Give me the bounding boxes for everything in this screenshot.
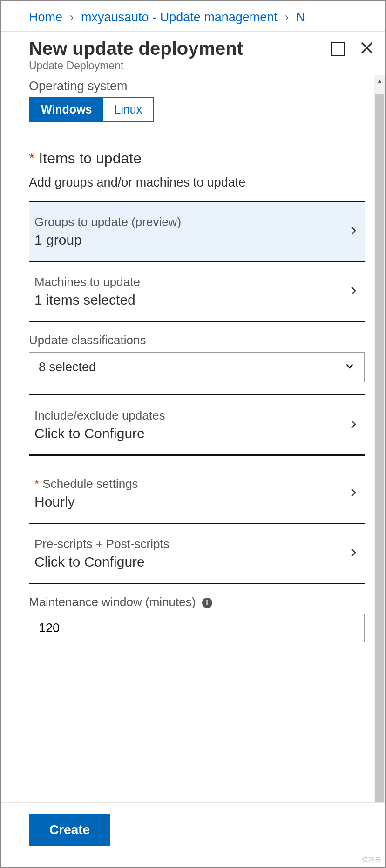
groups-to-update-row[interactable]: Groups to update (preview) 1 group — [29, 201, 365, 262]
include-exclude-label: Include/exclude updates — [34, 408, 165, 423]
close-icon[interactable] — [360, 41, 374, 57]
groups-value: 1 group — [34, 232, 181, 248]
items-to-update-desc: Add groups and/or machines to update — [29, 175, 365, 190]
chevron-right-icon — [348, 547, 359, 560]
items-to-update-title: Items to update — [29, 150, 365, 167]
footer: Create — [1, 802, 385, 867]
chevron-right-icon: › — [284, 10, 289, 24]
form-body: Operating system Windows Linux Items to … — [1, 75, 374, 863]
os-toggle-linux[interactable]: Linux — [103, 98, 154, 121]
breadcrumb-resource[interactable]: mxyausauto - Update management — [81, 10, 278, 24]
machines-label: Machines to update — [34, 275, 140, 289]
scrollbar-thumb[interactable] — [375, 94, 384, 845]
scrollbar[interactable]: ▲ ▼ — [374, 75, 385, 863]
create-button[interactable]: Create — [29, 814, 110, 846]
breadcrumb-home[interactable]: Home — [29, 10, 62, 24]
chevron-right-icon — [348, 285, 359, 298]
chevron-right-icon — [348, 419, 359, 432]
classifications-label: Update classifications — [29, 333, 365, 347]
scripts-value: Click to Configure — [34, 554, 169, 570]
classifications-value: 8 selected — [39, 360, 96, 374]
machines-value: 1 items selected — [34, 292, 140, 308]
os-toggle: Windows Linux — [29, 97, 154, 122]
maintenance-label: Maintenance window (minutes) i — [29, 595, 365, 609]
page-title: New update deployment — [29, 38, 331, 59]
scripts-label: Pre-scripts + Post-scripts — [34, 537, 169, 551]
maintenance-input[interactable] — [29, 614, 365, 642]
schedule-settings-row[interactable]: Schedule settings Hourly — [29, 464, 365, 524]
chevron-right-icon: › — [70, 10, 74, 24]
os-toggle-windows[interactable]: Windows — [30, 98, 103, 121]
breadcrumb: Home › mxyausauto - Update management › … — [1, 1, 385, 32]
scripts-row[interactable]: Pre-scripts + Post-scripts Click to Conf… — [29, 524, 365, 584]
schedule-label: Schedule settings — [34, 477, 138, 491]
chevron-down-icon — [345, 360, 355, 374]
classifications-dropdown[interactable]: 8 selected — [29, 352, 365, 382]
groups-label: Groups to update (preview) — [34, 215, 181, 229]
watermark: 亿速云 — [362, 856, 381, 864]
include-exclude-value: Click to Configure — [34, 426, 165, 441]
info-icon[interactable]: i — [202, 598, 212, 608]
blade-header: New update deployment Update Deployment — [1, 32, 385, 75]
page-subtitle: Update Deployment — [29, 60, 331, 72]
chevron-right-icon — [348, 225, 359, 238]
machines-to-update-row[interactable]: Machines to update 1 items selected — [29, 262, 365, 322]
maximize-icon[interactable] — [331, 42, 345, 56]
scroll-up-icon[interactable]: ▲ — [374, 77, 385, 85]
schedule-value: Hourly — [34, 494, 138, 510]
chevron-right-icon — [348, 487, 359, 500]
breadcrumb-current: N — [296, 10, 305, 24]
include-exclude-row[interactable]: Include/exclude updates Click to Configu… — [29, 395, 365, 455]
os-label: Operating system — [29, 79, 365, 93]
